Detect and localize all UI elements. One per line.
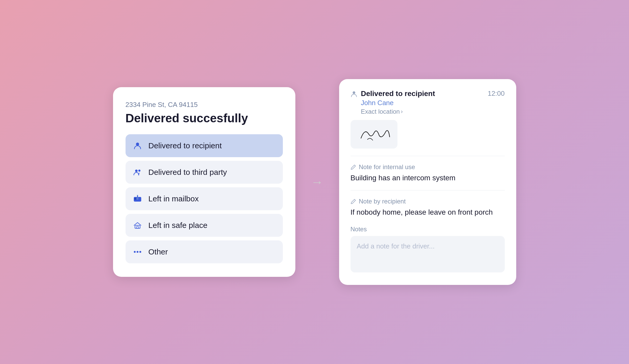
delivery-title: Delivered succesfully <box>126 111 283 125</box>
arrow-right-icon: → <box>311 175 323 189</box>
notes-section: Notes <box>351 226 505 273</box>
divider-2 <box>351 190 505 190</box>
house-icon <box>133 221 142 230</box>
svg-rect-5 <box>134 198 136 200</box>
left-card: 2334 Pine St, CA 94115 Delivered succesf… <box>113 87 295 277</box>
note-recipient-section: Note by recipient If nobody home, please… <box>351 198 505 217</box>
option-list: Delivered to recipient Delivered to thir… <box>126 134 283 263</box>
svg-point-2 <box>138 170 140 172</box>
note-internal-header: Note for internal use <box>351 163 505 171</box>
chevron-right-icon: › <box>401 108 403 115</box>
svg-rect-9 <box>136 226 138 228</box>
svg-point-12 <box>139 251 141 253</box>
option-delivered-third-party[interactable]: Delivered to third party <box>126 161 283 184</box>
delivery-time: 12:00 <box>488 90 505 98</box>
svg-point-13 <box>353 91 355 94</box>
notes-label: Notes <box>351 226 505 233</box>
svg-rect-8 <box>135 225 140 228</box>
notes-input[interactable] <box>351 236 505 272</box>
note-recipient-content: If nobody home, please leave on front po… <box>351 207 505 217</box>
svg-point-7 <box>137 195 138 196</box>
main-container: 2334 Pine St, CA 94115 Delivered succesf… <box>113 79 516 285</box>
note-recipient-label: Note by recipient <box>359 198 406 205</box>
pencil-icon-recipient <box>351 199 356 204</box>
svg-point-11 <box>136 251 138 253</box>
option-label-safe-place: Left in safe place <box>148 221 208 230</box>
note-internal-content: Building has an intercom system <box>351 173 505 183</box>
pencil-icon-internal <box>351 164 356 170</box>
svg-point-0 <box>136 143 139 146</box>
option-label-mailbox: Left in mailbox <box>148 194 199 203</box>
option-left-safe-place[interactable]: Left in safe place <box>126 214 283 237</box>
signature-box <box>351 120 397 149</box>
delivery-person-icon <box>351 91 357 98</box>
option-other[interactable]: Other <box>126 240 283 263</box>
svg-point-1 <box>135 170 138 172</box>
recipient-name: John Cane <box>361 99 435 107</box>
delivery-header: Delivered to recipient John Cane Exact l… <box>351 90 505 115</box>
exact-location[interactable]: Exact location › <box>361 108 435 115</box>
delivery-header-left: Delivered to recipient John Cane Exact l… <box>351 90 435 115</box>
option-left-mailbox[interactable]: Left in mailbox <box>126 187 283 210</box>
right-card: Delivered to recipient John Cane Exact l… <box>339 79 516 285</box>
note-internal-label: Note for internal use <box>359 163 415 171</box>
mailbox-icon <box>133 194 142 203</box>
arrow-container: → <box>311 175 323 189</box>
dots-icon <box>133 247 142 257</box>
delivery-type: Delivered to recipient <box>361 90 435 98</box>
option-label-third-party: Delivered to third party <box>148 168 227 177</box>
option-label-delivered-recipient: Delivered to recipient <box>148 141 222 150</box>
note-internal-section: Note for internal use Building has an in… <box>351 163 505 183</box>
option-label-other: Other <box>148 247 168 256</box>
divider-1 <box>351 156 505 156</box>
person-icon <box>133 141 142 150</box>
svg-point-10 <box>134 251 135 253</box>
note-recipient-header: Note by recipient <box>351 198 505 205</box>
address: 2334 Pine St, CA 94115 <box>126 101 283 109</box>
option-delivered-recipient[interactable]: Delivered to recipient <box>126 134 283 157</box>
people-icon <box>133 168 142 177</box>
